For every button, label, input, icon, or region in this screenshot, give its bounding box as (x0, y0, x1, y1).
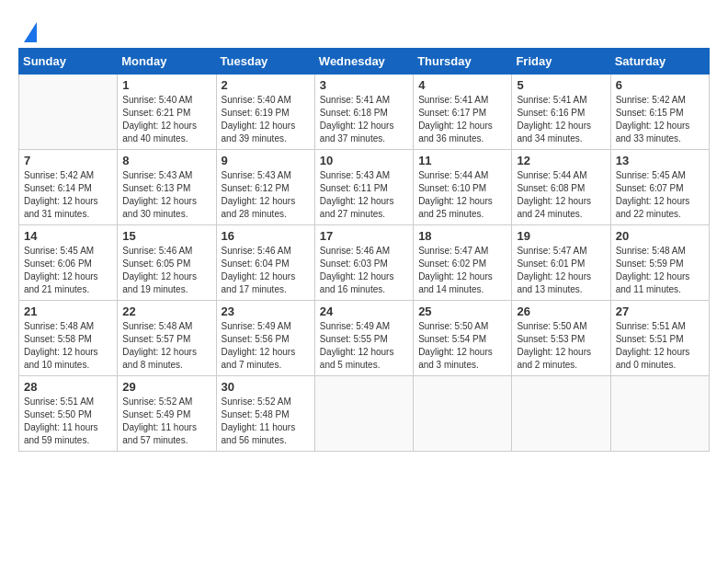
day-info: Sunrise: 5:47 AM Sunset: 6:02 PM Dayligh… (418, 245, 506, 296)
weekday-header-monday: Monday (118, 49, 216, 75)
day-number: 20 (616, 229, 704, 243)
day-number: 3 (320, 78, 408, 92)
calendar-week-5: 28Sunrise: 5:51 AM Sunset: 5:50 PM Dayli… (19, 376, 710, 452)
day-info: Sunrise: 5:45 AM Sunset: 6:07 PM Dayligh… (616, 169, 704, 221)
day-info: Sunrise: 5:52 AM Sunset: 5:49 PM Dayligh… (122, 396, 210, 447)
calendar-cell: 25Sunrise: 5:50 AM Sunset: 5:54 PM Dayli… (414, 301, 512, 376)
logo (18, 18, 37, 39)
calendar-week-4: 21Sunrise: 5:48 AM Sunset: 5:58 PM Dayli… (19, 301, 710, 376)
weekday-header-row: SundayMondayTuesdayWednesdayThursdayFrid… (19, 49, 710, 75)
day-number: 22 (122, 304, 210, 318)
calendar-cell: 2Sunrise: 5:40 AM Sunset: 6:19 PM Daylig… (216, 75, 314, 150)
calendar-cell: 15Sunrise: 5:46 AM Sunset: 6:05 PM Dayli… (118, 225, 216, 301)
day-info: Sunrise: 5:51 AM Sunset: 5:51 PM Dayligh… (616, 320, 704, 372)
day-number: 27 (616, 304, 704, 318)
calendar-cell: 18Sunrise: 5:47 AM Sunset: 6:02 PM Dayli… (414, 225, 512, 301)
day-number: 14 (24, 229, 112, 243)
day-info: Sunrise: 5:44 AM Sunset: 6:10 PM Dayligh… (418, 169, 506, 221)
day-number: 5 (517, 78, 605, 92)
calendar-cell (610, 376, 709, 452)
day-number: 6 (616, 78, 704, 92)
logo-triangle-icon (24, 22, 37, 42)
day-number: 4 (418, 78, 506, 92)
day-info: Sunrise: 5:41 AM Sunset: 6:16 PM Dayligh… (517, 94, 605, 145)
day-number: 1 (122, 78, 210, 92)
calendar-cell: 20Sunrise: 5:48 AM Sunset: 5:59 PM Dayli… (610, 225, 709, 301)
calendar-cell: 30Sunrise: 5:52 AM Sunset: 5:48 PM Dayli… (216, 376, 314, 452)
weekday-header-saturday: Saturday (610, 49, 709, 75)
day-number: 26 (517, 304, 605, 318)
calendar-cell: 4Sunrise: 5:41 AM Sunset: 6:17 PM Daylig… (414, 75, 512, 150)
day-info: Sunrise: 5:50 AM Sunset: 5:53 PM Dayligh… (517, 320, 605, 372)
calendar-cell: 28Sunrise: 5:51 AM Sunset: 5:50 PM Dayli… (19, 376, 118, 452)
weekday-header-tuesday: Tuesday (216, 49, 314, 75)
day-info: Sunrise: 5:46 AM Sunset: 6:04 PM Dayligh… (222, 245, 310, 296)
day-info: Sunrise: 5:44 AM Sunset: 6:08 PM Dayligh… (517, 169, 605, 221)
day-info: Sunrise: 5:41 AM Sunset: 6:18 PM Dayligh… (320, 94, 408, 145)
day-info: Sunrise: 5:48 AM Sunset: 5:57 PM Dayligh… (122, 320, 210, 372)
day-info: Sunrise: 5:49 AM Sunset: 5:55 PM Dayligh… (320, 320, 408, 372)
calendar-cell: 6Sunrise: 5:42 AM Sunset: 6:15 PM Daylig… (610, 75, 709, 150)
day-info: Sunrise: 5:46 AM Sunset: 6:05 PM Dayligh… (122, 245, 210, 296)
day-number: 9 (222, 154, 310, 167)
day-number: 17 (320, 229, 408, 243)
day-number: 11 (418, 154, 506, 167)
calendar-cell: 3Sunrise: 5:41 AM Sunset: 6:18 PM Daylig… (314, 75, 413, 150)
day-info: Sunrise: 5:48 AM Sunset: 5:58 PM Dayligh… (24, 320, 112, 372)
calendar-cell: 26Sunrise: 5:50 AM Sunset: 5:53 PM Dayli… (512, 301, 610, 376)
calendar-cell: 17Sunrise: 5:46 AM Sunset: 6:03 PM Dayli… (314, 225, 413, 301)
day-info: Sunrise: 5:52 AM Sunset: 5:48 PM Dayligh… (222, 396, 310, 447)
day-number: 8 (122, 154, 210, 167)
day-info: Sunrise: 5:41 AM Sunset: 6:17 PM Dayligh… (418, 94, 506, 145)
day-number: 30 (222, 380, 310, 394)
day-number: 13 (616, 154, 704, 167)
day-number: 16 (222, 229, 310, 243)
calendar-cell: 1Sunrise: 5:40 AM Sunset: 6:21 PM Daylig… (118, 75, 216, 150)
calendar-cell (414, 376, 512, 452)
calendar-cell: 11Sunrise: 5:44 AM Sunset: 6:10 PM Dayli… (414, 150, 512, 225)
day-info: Sunrise: 5:51 AM Sunset: 5:50 PM Dayligh… (24, 396, 112, 447)
day-info: Sunrise: 5:46 AM Sunset: 6:03 PM Dayligh… (320, 245, 408, 296)
calendar-cell: 24Sunrise: 5:49 AM Sunset: 5:55 PM Dayli… (314, 301, 413, 376)
calendar-week-3: 14Sunrise: 5:45 AM Sunset: 6:06 PM Dayli… (19, 225, 710, 301)
day-info: Sunrise: 5:43 AM Sunset: 6:11 PM Dayligh… (320, 169, 408, 221)
weekday-header-thursday: Thursday (414, 49, 512, 75)
weekday-header-wednesday: Wednesday (314, 49, 413, 75)
day-info: Sunrise: 5:47 AM Sunset: 6:01 PM Dayligh… (517, 245, 605, 296)
calendar-cell: 14Sunrise: 5:45 AM Sunset: 6:06 PM Dayli… (19, 225, 118, 301)
weekday-header-sunday: Sunday (19, 49, 118, 75)
calendar-cell: 7Sunrise: 5:42 AM Sunset: 6:14 PM Daylig… (19, 150, 118, 225)
day-number: 10 (320, 154, 408, 167)
day-info: Sunrise: 5:42 AM Sunset: 6:15 PM Dayligh… (616, 94, 704, 145)
day-info: Sunrise: 5:43 AM Sunset: 6:12 PM Dayligh… (222, 169, 310, 221)
day-number: 19 (517, 229, 605, 243)
day-number: 25 (418, 304, 506, 318)
calendar-week-1: 1Sunrise: 5:40 AM Sunset: 6:21 PM Daylig… (19, 75, 710, 150)
calendar-cell: 29Sunrise: 5:52 AM Sunset: 5:49 PM Dayli… (118, 376, 216, 452)
calendar-cell: 22Sunrise: 5:48 AM Sunset: 5:57 PM Dayli… (118, 301, 216, 376)
day-info: Sunrise: 5:49 AM Sunset: 5:56 PM Dayligh… (222, 320, 310, 372)
calendar-cell: 23Sunrise: 5:49 AM Sunset: 5:56 PM Dayli… (216, 301, 314, 376)
day-info: Sunrise: 5:40 AM Sunset: 6:19 PM Dayligh… (222, 94, 310, 145)
calendar-cell: 9Sunrise: 5:43 AM Sunset: 6:12 PM Daylig… (216, 150, 314, 225)
calendar-table: SundayMondayTuesdayWednesdayThursdayFrid… (18, 48, 710, 452)
calendar-week-2: 7Sunrise: 5:42 AM Sunset: 6:14 PM Daylig… (19, 150, 710, 225)
calendar-cell: 21Sunrise: 5:48 AM Sunset: 5:58 PM Dayli… (19, 301, 118, 376)
day-number: 7 (24, 154, 112, 167)
day-number: 24 (320, 304, 408, 318)
day-number: 23 (222, 304, 310, 318)
calendar-cell: 12Sunrise: 5:44 AM Sunset: 6:08 PM Dayli… (512, 150, 610, 225)
calendar-cell: 16Sunrise: 5:46 AM Sunset: 6:04 PM Dayli… (216, 225, 314, 301)
day-info: Sunrise: 5:48 AM Sunset: 5:59 PM Dayligh… (616, 245, 704, 296)
day-info: Sunrise: 5:50 AM Sunset: 5:54 PM Dayligh… (418, 320, 506, 372)
calendar-cell (512, 376, 610, 452)
page-header (18, 18, 710, 39)
calendar-cell: 5Sunrise: 5:41 AM Sunset: 6:16 PM Daylig… (512, 75, 610, 150)
day-info: Sunrise: 5:43 AM Sunset: 6:13 PM Dayligh… (122, 169, 210, 221)
calendar-cell: 10Sunrise: 5:43 AM Sunset: 6:11 PM Dayli… (314, 150, 413, 225)
calendar-cell: 19Sunrise: 5:47 AM Sunset: 6:01 PM Dayli… (512, 225, 610, 301)
day-number: 29 (122, 380, 210, 394)
calendar-cell: 27Sunrise: 5:51 AM Sunset: 5:51 PM Dayli… (610, 301, 709, 376)
day-number: 18 (418, 229, 506, 243)
day-number: 2 (222, 78, 310, 92)
